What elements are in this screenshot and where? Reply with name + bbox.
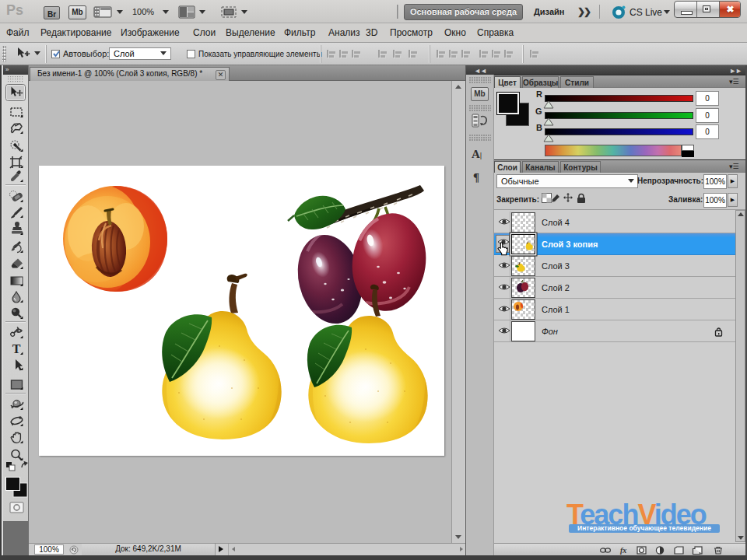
- svg-text:T: T: [12, 342, 21, 355]
- svg-text:fx: fx: [620, 546, 626, 555]
